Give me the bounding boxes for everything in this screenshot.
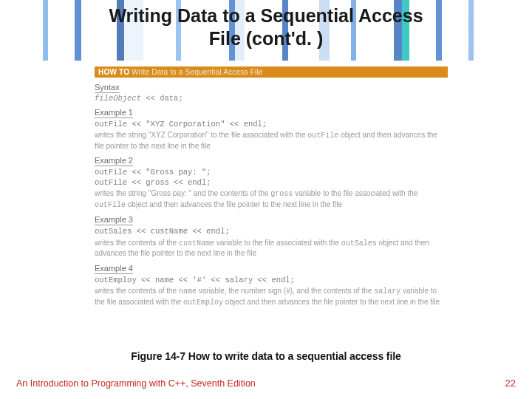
syntax-obj: fileObject (95, 94, 141, 103)
example2-code: outFile << "Gross pay: "; outFile << gro… (95, 168, 448, 188)
example1-code: outFile << "XYZ Corporation" << endl; (95, 120, 448, 129)
example4-head: Example 4 (95, 264, 133, 274)
page-number: 22 (505, 378, 516, 389)
example2-desc: writes the string "Gross pay: " and the … (95, 188, 448, 210)
example4-code: outEmploy << name << '#' << salary << en… (95, 276, 448, 285)
syntax-rest: << data; (141, 94, 183, 103)
example2-head: Example 2 (95, 156, 133, 166)
footer-text: An Introduction to Programming with C++,… (16, 378, 256, 389)
slide-title: Writing Data to a Sequential Access File… (0, 0, 532, 51)
syntax-line: fileObject << data; (95, 94, 448, 103)
syntax-head: Syntax (95, 83, 120, 93)
example3-code: outSales << custName << endl; (95, 227, 448, 236)
example1-desc: writes the string "XYZ Corporation" to t… (95, 130, 448, 151)
title-line-1: Writing Data to a Sequential Access (109, 5, 423, 26)
figure-caption: Figure 14-7 How to write data to a seque… (0, 350, 532, 362)
example4-desc: writes the contents of the name variable… (95, 286, 448, 307)
example1-head: Example 1 (95, 108, 133, 118)
title-line-2: File (cont'd. ) (209, 28, 324, 49)
howto-label: HOW TO (98, 68, 129, 76)
example3-head: Example 3 (95, 215, 133, 225)
figure-box: HOW TO Write Data to a Sequential Access… (95, 66, 448, 307)
example3-desc: writes the contents of the custName vari… (95, 238, 448, 259)
howto-title: Write Data to a Sequential Access File (132, 68, 263, 76)
howto-bar: HOW TO Write Data to a Sequential Access… (95, 66, 448, 78)
